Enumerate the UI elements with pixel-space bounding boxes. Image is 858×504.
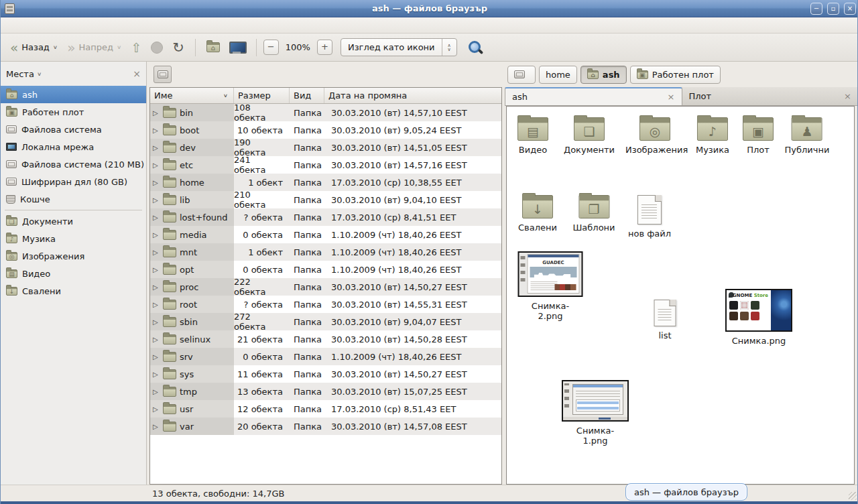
column-header-size[interactable]: Размер — [234, 88, 290, 103]
forward-button[interactable]: » Напред ∨ — [63, 39, 125, 56]
expander-icon[interactable]: ▷ — [153, 301, 160, 308]
expander-icon[interactable]: ▷ — [153, 423, 160, 430]
icon-view[interactable]: Видео Документи Изображения Музика Плот … — [506, 106, 855, 485]
sidebar-item[interactable]: Локална мрежа — [1, 138, 146, 155]
menu-item[interactable] — [56, 23, 68, 27]
column-header-name[interactable]: Име ∨ — [150, 88, 234, 103]
table-row[interactable]: ▷ bin 108 обекта Папка 30.03.2010 (вт) 1… — [150, 104, 501, 121]
back-history-dropdown-icon[interactable]: ∨ — [53, 44, 58, 50]
expander-icon[interactable]: ▷ — [153, 196, 160, 204]
minimize-button[interactable]: − — [810, 3, 822, 15]
stop-button[interactable] — [147, 39, 167, 56]
table-row[interactable]: ▷ lost+found ? обекта Папка 17.03.2010 (… — [150, 208, 501, 226]
table-row[interactable]: ▷ boot 10 обекта Папка 30.03.2010 (вт) 9… — [150, 121, 501, 139]
list-item[interactable]: Музика — [696, 117, 729, 155]
table-row[interactable]: ▷ home 1 обект Папка 17.03.2010 (ср) 10,… — [150, 174, 501, 191]
expander-icon[interactable]: ▷ — [153, 214, 160, 221]
expander-icon[interactable]: ▷ — [153, 249, 160, 256]
expander-icon[interactable]: ▷ — [153, 266, 160, 273]
up-button[interactable]: ⇧ — [127, 39, 145, 56]
reload-button[interactable]: ↻ — [168, 38, 188, 57]
table-row[interactable]: ▷ sbin 272 обекта Папка 30.03.2010 (вт) … — [150, 313, 501, 330]
tab[interactable]: Плот × — [682, 87, 858, 105]
sidebar-item[interactable]: Свалени — [1, 282, 146, 300]
sidebar-item[interactable]: Файлова система — [1, 121, 146, 138]
table-row[interactable]: ▷ tmp 13 обекта Папка 30.03.2010 (вт) 15… — [150, 383, 501, 400]
list-item[interactable]: GUADEC Снимка-2.png — [518, 251, 583, 321]
taskbar-window-button[interactable]: ash — файлов браузър — [625, 483, 747, 501]
computer-button[interactable] — [225, 39, 249, 56]
sidebar-item[interactable]: Изображения — [1, 247, 146, 265]
list-item[interactable]: Изображения — [625, 117, 684, 155]
expander-icon[interactable]: ▷ — [153, 336, 160, 343]
menu-item[interactable] — [7, 23, 19, 27]
column-header-kind[interactable]: Вид — [290, 88, 324, 103]
sidebar-mode-dropdown-icon[interactable]: ∨ — [37, 71, 42, 77]
sidebar-title[interactable]: Места — [6, 69, 34, 79]
table-row[interactable]: ▷ etc 241 обекта Папка 30.03.2010 (вт) 1… — [150, 156, 501, 174]
menu-item[interactable] — [44, 23, 56, 27]
sidebar-item[interactable]: Видео — [1, 265, 146, 282]
breadcrumb-button[interactable]: home — [539, 66, 577, 84]
tab[interactable]: ash × — [505, 87, 682, 105]
expander-icon[interactable]: ▷ — [153, 353, 160, 361]
table-row[interactable]: ▷ dev 190 обекта Папка 30.03.2010 (вт) 1… — [150, 139, 501, 156]
close-button[interactable]: × — [844, 3, 856, 15]
titlebar[interactable]: ash — файлов браузър − ▫ × — [1, 0, 858, 17]
expander-icon[interactable]: ▷ — [153, 162, 160, 169]
expander-icon[interactable]: ▷ — [153, 318, 160, 326]
breadcrumb-button[interactable]: ash — [580, 66, 627, 84]
maximize-button[interactable]: ▫ — [827, 3, 839, 15]
resize-grip[interactable] — [849, 492, 857, 500]
menu-item[interactable] — [32, 23, 44, 27]
view-mode-spinner-icon[interactable]: ∧∨ — [442, 39, 456, 56]
expander-icon[interactable]: ▷ — [153, 284, 160, 291]
list-item[interactable]: Видео — [517, 117, 548, 155]
list-item[interactable]: Плот — [743, 117, 774, 155]
column-header-date[interactable]: Дата на промяна — [324, 88, 501, 103]
table-row[interactable]: ▷ selinux 21 обекта Папка 30.03.2010 (вт… — [150, 330, 501, 348]
menu-item[interactable] — [68, 23, 80, 27]
expander-icon[interactable]: ▷ — [153, 179, 160, 186]
sidebar-item[interactable]: ash — [1, 86, 146, 103]
table-row[interactable]: ▷ media 0 обекта Папка 1.10.2009 (чт) 18… — [150, 226, 501, 243]
list-item[interactable]: Публични — [785, 117, 830, 155]
table-row[interactable]: ▷ mnt 1 обект Папка 1.10.2009 (чт) 18,40… — [150, 243, 501, 261]
expander-icon[interactable]: ▷ — [153, 144, 160, 151]
zoom-out-button[interactable]: − — [263, 40, 279, 55]
sidebar-item[interactable]: Музика — [1, 230, 146, 247]
sidebar-item[interactable]: Работен плот — [1, 103, 146, 121]
table-row[interactable]: ▷ var 20 обекта Папка 30.03.2010 (вт) 14… — [150, 418, 501, 435]
root-filesystem-button[interactable] — [154, 66, 172, 83]
view-mode-select[interactable]: Изглед като икони ∧∨ — [341, 38, 457, 56]
home-button[interactable] — [202, 40, 224, 55]
sidebar-item[interactable]: Кошче — [1, 190, 146, 208]
zoom-in-button[interactable]: + — [317, 40, 332, 55]
expander-icon[interactable]: ▷ — [153, 127, 160, 134]
expander-icon[interactable]: ▷ — [153, 405, 160, 413]
table-row[interactable]: ▷ sys 11 обекта Папка 30.03.2010 (вт) 14… — [150, 365, 501, 383]
table-row[interactable]: ▷ srv 0 обекта Папка 1.10.2009 (чт) 18,4… — [150, 348, 501, 365]
expander-icon[interactable]: ▷ — [153, 231, 160, 239]
sidebar-item[interactable]: Документи — [1, 212, 146, 230]
list-item[interactable]: Шаблони — [572, 195, 615, 233]
sidebar-close-icon[interactable]: × — [133, 68, 141, 79]
back-button[interactable]: « Назад ∨ — [6, 39, 62, 56]
table-row[interactable]: ▷ root ? обекта Папка 30.03.2010 (вт) 14… — [150, 296, 501, 313]
sidebar-item[interactable]: Шифриран дял (80 GB) — [1, 173, 146, 190]
list-item[interactable]: list — [654, 300, 676, 340]
table-row[interactable]: ▷ usr 12 обекта Папка 17.03.2010 (ср) 8,… — [150, 400, 501, 418]
sidebar-item[interactable]: Файлова система (210 MB) — [1, 155, 146, 173]
list-item[interactable]: нов файл — [628, 195, 671, 239]
expander-icon[interactable]: ▷ — [153, 109, 160, 117]
list-item[interactable]: Свалени — [518, 195, 557, 233]
breadcrumb-button[interactable]: Работен плот — [630, 66, 721, 84]
list-item[interactable]: Снимка-1.png — [562, 380, 629, 446]
tab-close-icon[interactable]: × — [844, 91, 851, 101]
menu-item[interactable] — [19, 23, 32, 27]
expander-icon[interactable]: ▷ — [153, 388, 160, 395]
list-item[interactable]: GNOME Store Снимка.png — [725, 289, 792, 346]
table-row[interactable]: ▷ opt 0 обекта Папка 1.10.2009 (чт) 18,4… — [150, 261, 501, 278]
list-item[interactable]: Документи — [564, 117, 615, 155]
tab-close-icon[interactable]: × — [668, 92, 675, 102]
